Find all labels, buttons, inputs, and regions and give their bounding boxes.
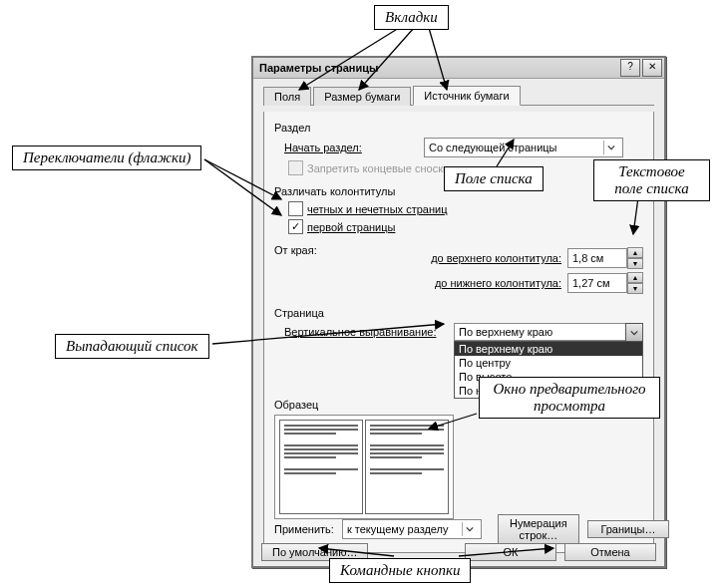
- titlebar: Параметры страницы ? ✕: [253, 58, 664, 79]
- tabs: Поля Размер бумаги Источник бумаги: [263, 85, 654, 106]
- callout-cmdbtns: Командные кнопки: [329, 558, 471, 583]
- valign-option[interactable]: По верхнему краю: [455, 342, 642, 356]
- suppress-endnotes-checkbox: [288, 160, 303, 175]
- close-button[interactable]: ✕: [642, 59, 662, 77]
- valign-combo[interactable]: По верхнему краю: [454, 323, 643, 341]
- callout-textspin: Текстовое поле списка: [593, 159, 710, 201]
- page-setup-dialog: Параметры страницы ? ✕ Поля Размер бумаг…: [251, 56, 666, 568]
- page-header: Страница: [274, 307, 643, 319]
- suppress-endnotes-label: Запретить концевые сноски: [307, 162, 449, 174]
- callout-listfield: Поле списка: [444, 166, 544, 191]
- chevron-down-icon[interactable]: [625, 323, 643, 343]
- tab-paper-source[interactable]: Источник бумаги: [413, 86, 520, 106]
- to-header-label: до верхнего колонтитула:: [431, 252, 561, 264]
- valign-label: Вертикальное выравнивание:: [284, 326, 454, 338]
- first-page-checkbox[interactable]: [288, 219, 303, 234]
- line-numbers-button[interactable]: Нумерация строк…: [498, 514, 579, 544]
- callout-checkboxes: Переключатели (флажки): [12, 146, 201, 170]
- odd-even-checkbox[interactable]: [288, 201, 303, 216]
- preview-page-right: [365, 420, 449, 514]
- header-distance-value: 1,8 см: [572, 252, 603, 264]
- cancel-button[interactable]: Отмена: [564, 543, 656, 561]
- chevron-down-icon: [462, 522, 477, 536]
- footer-distance-spinner[interactable]: 1,27 см ▲ ▼: [567, 272, 643, 294]
- valign-option[interactable]: По центру: [455, 356, 642, 370]
- header-distance-spinner[interactable]: 1,8 см ▲ ▼: [567, 247, 643, 269]
- spin-down-icon[interactable]: ▼: [627, 283, 643, 294]
- to-footer-label: до нижнего колонтитула:: [435, 277, 561, 289]
- ok-button[interactable]: ОК: [465, 543, 556, 561]
- spin-up-icon[interactable]: ▲: [627, 247, 643, 258]
- tab-paper-size[interactable]: Размер бумаги: [313, 87, 411, 106]
- chevron-down-icon: [603, 141, 618, 154]
- start-section-label: Начать раздел:: [284, 142, 424, 153]
- spin-up-icon[interactable]: ▲: [627, 272, 643, 283]
- apply-label: Применить:: [274, 523, 334, 535]
- preview-page-left: [279, 420, 363, 514]
- apply-combo[interactable]: к текущему разделу: [342, 519, 482, 539]
- callout-tabs: Вкладки: [374, 5, 449, 30]
- tab-margins[interactable]: Поля: [263, 87, 311, 106]
- first-page-label: первой страницы: [307, 221, 395, 233]
- callout-dropdown: Выпадающий список: [55, 334, 209, 359]
- from-edge-label: От края:: [274, 244, 394, 297]
- preview-pane: [274, 415, 454, 519]
- borders-button[interactable]: Границы…: [587, 520, 669, 538]
- section-header: Раздел: [274, 122, 643, 134]
- callout-preview: Окно предварительного просмотра: [479, 377, 660, 419]
- start-section-combo[interactable]: Со следующей страницы: [424, 138, 623, 157]
- apply-value: к текущему разделу: [347, 523, 449, 535]
- footer-distance-value: 1,27 см: [572, 277, 610, 289]
- valign-value: По верхнему краю: [459, 326, 552, 338]
- odd-even-label: четных и нечетных страниц: [307, 203, 447, 215]
- spin-down-icon[interactable]: ▼: [627, 258, 643, 269]
- start-section-value: Со следующей страницы: [429, 142, 557, 153]
- help-button[interactable]: ?: [620, 59, 640, 77]
- dialog-title: Параметры страницы: [259, 62, 378, 74]
